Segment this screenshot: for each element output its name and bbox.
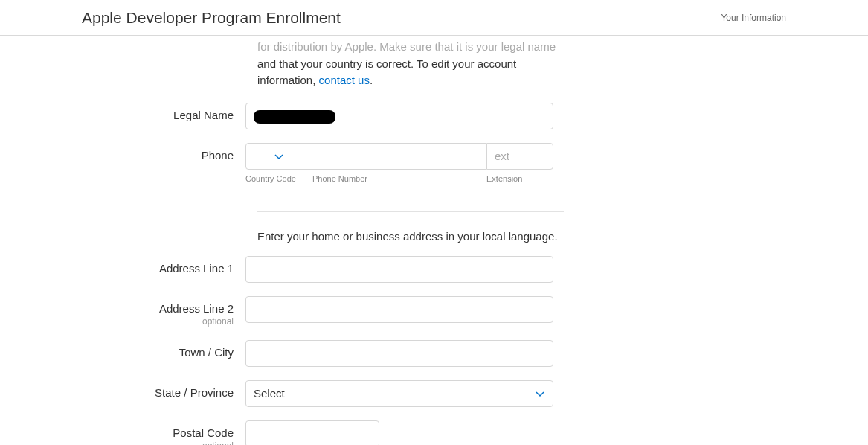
intro-line-3b: . <box>370 74 373 86</box>
chevron-down-icon <box>274 151 284 161</box>
phone-number-input[interactable] <box>312 143 486 170</box>
address-line-2-input[interactable] <box>245 296 553 323</box>
state-label: State / Province <box>0 380 245 399</box>
country-code-sublabel: Country Code <box>245 174 312 183</box>
page-title: Apple Developer Program Enrollment <box>82 9 341 27</box>
legal-name-row: Legal Name <box>0 103 868 129</box>
state-province-select[interactable]: Select <box>245 380 553 407</box>
legal-name-display <box>245 103 553 129</box>
chevron-down-icon <box>535 388 545 399</box>
extension-sublabel: Extension <box>486 174 553 183</box>
phone-label: Phone <box>0 143 245 161</box>
address2-label: Address Line 2 <box>159 302 234 315</box>
phone-sublabels: Country Code Phone Number Extension <box>245 174 553 183</box>
address-line-1-input[interactable] <box>245 256 553 283</box>
state-select-value: Select <box>254 387 285 400</box>
postal-row: Postal Code optional <box>0 420 868 446</box>
legal-name-label: Legal Name <box>0 103 245 121</box>
section-divider <box>257 211 564 212</box>
address-intro: Enter your home or business address in y… <box>257 230 564 243</box>
phone-ext-input[interactable] <box>486 143 553 170</box>
postal-optional: optional <box>0 441 234 446</box>
town-label: Town / City <box>0 340 245 359</box>
postal-code-input[interactable] <box>245 420 379 446</box>
breadcrumb-step: Your Information <box>721 13 786 23</box>
phone-row: Phone Country Code Phone Number Extensio… <box>0 143 868 183</box>
country-code-select[interactable] <box>245 143 312 170</box>
contact-us-link[interactable]: contact us <box>319 74 370 86</box>
form-content: for distribution by Apple. Make sure tha… <box>0 36 868 445</box>
page-header: Apple Developer Program Enrollment Your … <box>0 0 868 36</box>
state-row: State / Province Select <box>0 380 868 407</box>
intro-line-3a: information, <box>257 74 319 86</box>
address2-optional: optional <box>0 316 234 327</box>
legal-name-redacted <box>254 110 335 124</box>
address2-row: Address Line 2 optional <box>0 296 868 327</box>
phone-number-sublabel: Phone Number <box>312 174 486 183</box>
postal-label: Postal Code <box>173 426 234 439</box>
intro-line-2: and that your country is correct. To edi… <box>257 57 516 70</box>
town-city-input[interactable] <box>245 340 553 367</box>
address1-label: Address Line 1 <box>0 256 245 275</box>
intro-text: for distribution by Apple. Make sure tha… <box>257 39 564 89</box>
town-row: Town / City <box>0 340 868 367</box>
address1-row: Address Line 1 <box>0 256 868 283</box>
intro-cut-line: for distribution by Apple. Make sure tha… <box>257 39 564 56</box>
